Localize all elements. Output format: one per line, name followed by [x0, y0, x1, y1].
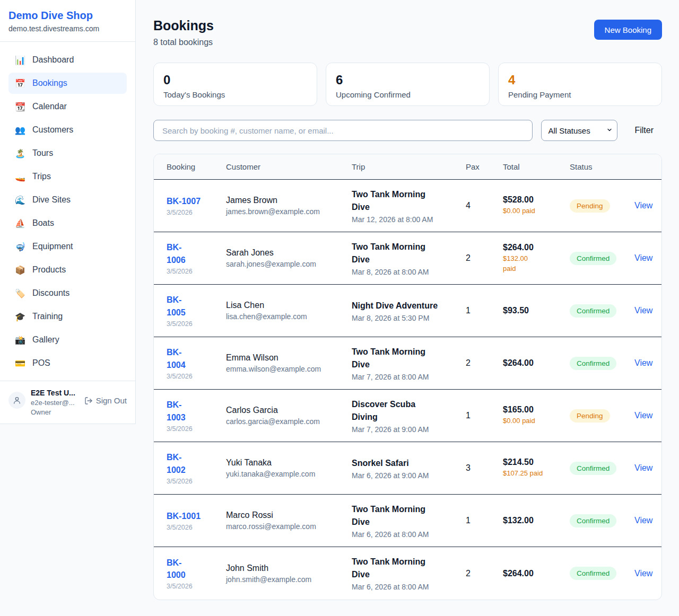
pax-cell: 4 [466, 201, 503, 210]
sidebar-item-gallery[interactable]: 📸 Gallery [8, 329, 127, 350]
equipment-icon: 🤿 [15, 242, 25, 252]
sidebar-nav: 📊 Dashboard 📅 Bookings 📆 Calendar 👥 Cust… [0, 42, 135, 383]
sidebar-item-discounts[interactable]: 🏷️ Discounts [8, 283, 127, 304]
booking-number-link[interactable]: BK-1002 [167, 451, 186, 476]
customer-cell: Marco Rossi marco.rossi@example.com [226, 511, 352, 531]
view-link[interactable]: View [634, 253, 652, 262]
sidebar-item-dive-sites[interactable]: 🌊 Dive Sites [8, 189, 127, 210]
status-badge: Confirmed [570, 567, 616, 580]
view-link[interactable]: View [634, 516, 652, 525]
actions-cell: View [634, 358, 652, 368]
table-row: BK-1001 3/5/2026 Marco Rossi marco.rossi… [154, 495, 661, 547]
filter-button[interactable]: Filter [634, 126, 654, 135]
total-cell: $264.00 [503, 569, 570, 578]
paid-amount: $107.25 paid [503, 469, 570, 478]
view-link[interactable]: View [634, 463, 652, 472]
calendar-icon: 📆 [15, 102, 25, 112]
paid-amount: $0.00 paid [503, 416, 570, 426]
booking-number-link[interactable]: BK-1006 [167, 241, 186, 266]
column-header-pax: Pax [466, 162, 503, 171]
view-link[interactable]: View [634, 201, 652, 210]
trip-datetime: Mar 6, 2026 at 8:00 AM [352, 530, 466, 539]
status-cell: Confirmed [570, 252, 634, 265]
total-cell: $264.00 $132.00paid [503, 243, 570, 273]
brand-block: Demo Dive Shop demo.test.divestreams.com [0, 0, 135, 42]
sign-out-label: Sign Out [96, 396, 127, 405]
trip-name: Two Tank MorningDive [352, 241, 466, 266]
customer-name: Carlos Garcia [226, 406, 352, 415]
nav-item-label: Gallery [32, 335, 59, 345]
actions-cell: View [634, 201, 652, 210]
booking-number-link[interactable]: BK-1000 [167, 557, 186, 581]
status-cell: Confirmed [570, 514, 634, 527]
sidebar-item-calendar[interactable]: 📆 Calendar [8, 96, 127, 117]
sidebar-item-trips[interactable]: 🚤 Trips [8, 166, 127, 187]
trips-icon: 🚤 [15, 172, 25, 182]
column-header-customer: Customer [226, 162, 352, 171]
stat-card-todays-bookings: 0 Today's Bookings [153, 63, 317, 106]
booking-cell: BK-1000 3/5/2026 [167, 557, 226, 590]
user-name: E2E Test U... [31, 389, 79, 397]
sidebar-item-dashboard[interactable]: 📊 Dashboard [8, 49, 127, 71]
sidebar-item-products[interactable]: 📦 Products [8, 259, 127, 280]
sidebar-item-bookings[interactable]: 📅 Bookings [8, 73, 127, 94]
customer-email: john.smith@example.com [226, 575, 352, 584]
total-cell: $528.00 $0.00 paid [503, 195, 570, 216]
avatar [8, 392, 25, 409]
sidebar-item-equipment[interactable]: 🤿 Equipment [8, 236, 127, 257]
table-row: BK-1005 3/5/2026 Lisa Chen lisa.chen@exa… [154, 285, 661, 337]
trip-datetime: Mar 6, 2026 at 8:00 AM [352, 583, 466, 591]
customer-name: John Smith [226, 564, 352, 573]
sign-out-button[interactable]: Sign Out [84, 396, 127, 405]
customer-cell: Emma Wilson emma.wilson@example.com [226, 353, 352, 373]
customer-email: emma.wilson@example.com [226, 365, 352, 373]
view-link[interactable]: View [634, 411, 652, 420]
booking-number-link[interactable]: BK-1001 [167, 510, 201, 522]
stat-value: 6 [336, 73, 480, 87]
actions-cell: View [634, 306, 652, 315]
sidebar-item-boats[interactable]: ⛵ Boats [8, 213, 127, 234]
table-row: BK-1007 3/5/2026 James Brown james.brown… [154, 180, 661, 232]
booking-date: 3/5/2026 [167, 320, 226, 328]
paid-amount: $132.00paid [503, 254, 570, 273]
new-booking-button[interactable]: New Booking [594, 20, 662, 40]
trip-datetime: Mar 8, 2026 at 5:30 PM [352, 314, 466, 322]
trip-cell: Discover ScubaDiving Mar 7, 2026 at 9:00… [352, 398, 466, 434]
sidebar-item-tours[interactable]: 🏝️ Tours [8, 143, 127, 164]
view-link[interactable]: View [634, 569, 652, 578]
booking-number-link[interactable]: BK-1004 [167, 346, 186, 371]
total-amount: $264.00 [503, 358, 570, 368]
customer-name: Yuki Tanaka [226, 458, 352, 468]
booking-number-link[interactable]: BK-1007 [167, 195, 201, 207]
column-header-trip: Trip [352, 162, 466, 171]
search-input[interactable] [153, 120, 533, 141]
bookings-table: Booking Customer Trip Pax Total Status B… [153, 154, 662, 600]
view-link[interactable]: View [634, 306, 652, 315]
nav-item-label: Products [32, 265, 66, 275]
customer-email: yuki.tanaka@example.com [226, 470, 352, 478]
trip-cell: Two Tank MorningDive Mar 12, 2026 at 8:0… [352, 188, 466, 224]
total-amount: $214.50 [503, 457, 570, 467]
table-header-row: Booking Customer Trip Pax Total Status [154, 154, 661, 180]
status-cell: Pending [570, 409, 634, 423]
nav-item-label: Calendar [32, 102, 67, 111]
customer-name: Marco Rossi [226, 511, 352, 520]
actions-cell: View [634, 411, 652, 420]
sidebar-item-training[interactable]: 🎓 Training [8, 306, 127, 327]
total-amount: $93.50 [503, 306, 570, 315]
customers-icon: 👥 [15, 125, 25, 135]
trip-name: Snorkel Safari [352, 457, 466, 470]
total-amount: $264.00 [503, 243, 570, 252]
booking-number-link[interactable]: BK-1003 [167, 399, 186, 423]
brand-name: Demo Dive Shop [8, 10, 127, 22]
sidebar-item-pos[interactable]: 💳 POS [8, 353, 127, 374]
sidebar-item-customers[interactable]: 👥 Customers [8, 119, 127, 140]
status-filter-select[interactable]: All Statuses [541, 120, 617, 141]
booking-number-link[interactable]: BK-1005 [167, 294, 186, 318]
customer-email: lisa.chen@example.com [226, 312, 352, 321]
actions-cell: View [634, 253, 652, 263]
view-link[interactable]: View [634, 358, 652, 367]
booking-cell: BK-1007 3/5/2026 [167, 195, 226, 216]
user-icon [13, 396, 21, 404]
user-role: Owner [31, 408, 79, 416]
